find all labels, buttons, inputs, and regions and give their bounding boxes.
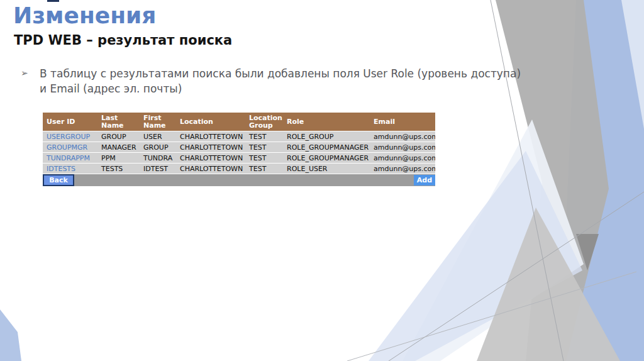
email-cell: amdunn@ups.com — [371, 133, 435, 141]
email-cell: amdunn@ups.com — [371, 143, 435, 152]
bullet-text: В таблицу с результатами поиска были доб… — [40, 66, 521, 96]
back-button[interactable]: Back — [43, 174, 74, 186]
first-name-cell: USER — [140, 133, 176, 141]
column-header-last-name: Last Name — [97, 114, 140, 130]
column-header-location: Location — [176, 118, 245, 126]
email-cell: amdunn@ups.com — [371, 165, 435, 173]
role-cell: ROLE_GROUPMANAGER — [283, 154, 371, 162]
table-row: TUNDRAPPM PPM TUNDRA CHARLOTTETOWN TEST … — [43, 153, 435, 163]
location-group-cell: TEST — [245, 143, 283, 152]
location-group-cell: TEST — [245, 165, 283, 173]
last-name-cell: GROUP — [97, 133, 140, 141]
location-cell: CHARLOTTETOWN — [176, 143, 245, 152]
table-header-row: User ID Last Name First Name Location Lo… — [43, 113, 435, 131]
table-row: USERGROUP GROUP USER CHARLOTTETOWN TEST … — [43, 131, 435, 142]
last-name-cell: MANAGER — [97, 143, 140, 152]
table-row: IDTESTS TESTS IDTEST CHARLOTTETOWN TEST … — [43, 164, 435, 174]
location-cell: CHARLOTTETOWN — [176, 133, 245, 141]
search-results-table: User ID Last Name First Name Location Lo… — [43, 113, 435, 186]
user-id-link[interactable]: USERGROUP — [43, 133, 97, 141]
arrow-bullet-icon: ➢ — [21, 68, 40, 78]
bullet-text-line2: и Email (адрес эл. почты) — [40, 81, 521, 96]
slide-title: Изменения — [13, 3, 156, 28]
location-cell: CHARLOTTETOWN — [176, 154, 245, 162]
table-row: GROUPMGR MANAGER GROUP CHARLOTTETOWN TES… — [43, 142, 435, 152]
first-name-cell: IDTEST — [140, 165, 176, 173]
location-cell: CHARLOTTETOWN — [176, 165, 245, 173]
user-id-link[interactable]: TUNDRAPPM — [43, 154, 97, 162]
user-id-link[interactable]: IDTESTS — [43, 165, 97, 173]
slide-subtitle: TPD WEB – результат поиска — [14, 33, 232, 48]
column-header-user-id: User ID — [43, 118, 97, 126]
user-id-link[interactable]: GROUPMGR — [43, 143, 97, 152]
role-cell: ROLE_GROUPMANAGER — [283, 143, 371, 152]
table-button-bar: Back Add — [43, 174, 435, 186]
first-name-cell: GROUP — [140, 143, 176, 152]
role-cell: ROLE_GROUP — [283, 133, 371, 141]
column-header-email: Email — [371, 118, 435, 126]
bullet-item: ➢ В таблицу с результатами поиска были д… — [21, 66, 524, 96]
add-button[interactable]: Add — [414, 175, 435, 186]
location-group-cell: TEST — [245, 154, 283, 162]
column-header-role: Role — [283, 118, 371, 126]
role-cell: ROLE_USER — [283, 165, 371, 173]
location-group-cell: TEST — [245, 133, 283, 141]
first-name-cell: TUNDRA — [140, 154, 176, 162]
last-name-cell: TESTS — [97, 165, 140, 173]
column-header-first-name: First Name — [140, 114, 176, 130]
last-name-cell: PPM — [97, 154, 140, 162]
column-header-location-group: Location Group — [245, 114, 283, 130]
slide-top-accent — [47, 0, 59, 2]
email-cell: amdunn@ups.com — [371, 154, 435, 162]
bullet-text-line1: В таблицу с результатами поиска были доб… — [40, 66, 521, 81]
